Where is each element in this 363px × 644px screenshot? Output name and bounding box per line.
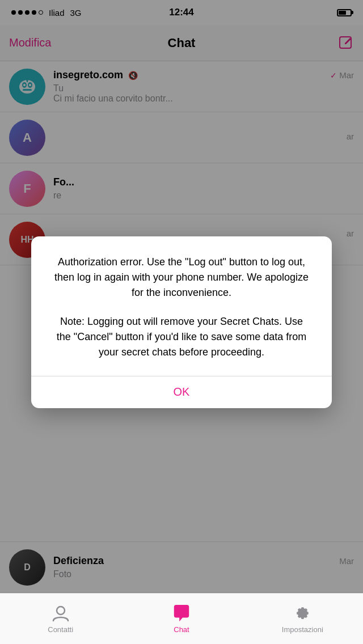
tab-contacts[interactable]: Contatti [0,604,121,634]
alert-message-2: Note: Logging out will remove your Secre… [52,314,311,360]
ok-button[interactable]: OK [31,376,332,408]
svg-point-10 [57,607,65,615]
modal-overlay: Authorization error. Use the "Log out" b… [0,0,363,644]
tab-chat-label: Chat [174,625,189,634]
alert-dialog: Authorization error. Use the "Log out" b… [31,236,332,408]
tab-settings[interactable]: Impostazioni [242,604,363,634]
tab-chat[interactable]: Chat [121,604,242,634]
person-icon [51,604,70,623]
alert-message-1: Authorization error. Use the "Log out" b… [52,255,311,300]
settings-tab-icon [293,604,312,623]
gear-icon [293,604,311,622]
tab-settings-label: Impostazioni [282,625,323,634]
contacts-tab-icon [51,604,70,623]
alert-actions: OK [31,376,332,408]
chat-bubble-icon [172,603,191,624]
chat-tab-icon [172,604,191,623]
alert-spacer [52,300,311,314]
alert-body: Authorization error. Use the "Log out" b… [31,236,332,376]
tab-contacts-label: Contatti [48,625,73,634]
tab-bar: Contatti Chat Impostazioni [0,593,363,644]
